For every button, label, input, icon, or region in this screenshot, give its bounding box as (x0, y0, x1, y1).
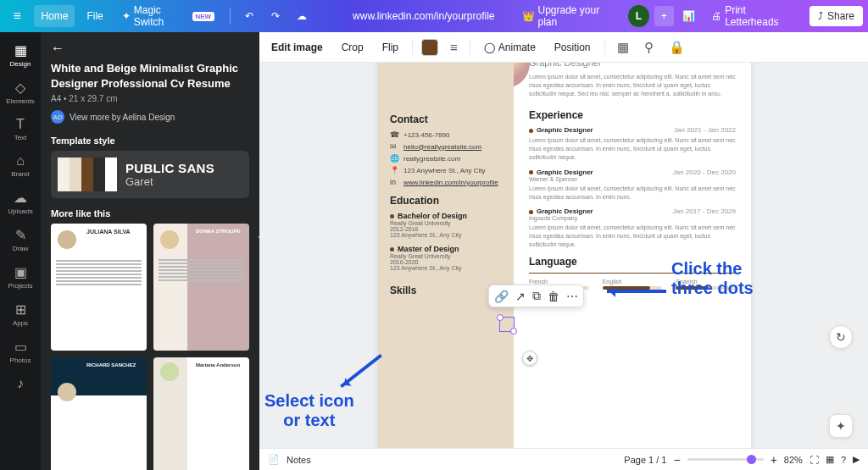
globe-icon[interactable]: 🌐 (390, 154, 398, 163)
copy-style-icon[interactable]: ⚲ (641, 36, 657, 58)
phone-icon[interactable]: ☎ (390, 130, 398, 139)
redo-icon[interactable]: ↷ (265, 5, 287, 27)
exp-1[interactable]: Graphic DesignerJan 2021 - Jan 2022 Lore… (529, 126, 736, 161)
edu-item-1[interactable]: Bachelor of Design Really Great Universi… (390, 212, 502, 238)
rail-projects[interactable]: ▣Projects (0, 259, 41, 296)
projects-icon: ▣ (0, 264, 41, 280)
template-thumb-4[interactable]: Mariana Anderson (153, 357, 249, 470)
author-link[interactable]: AD View more by Aelina Design (51, 110, 249, 124)
side-panel: ← White and Beige Minimalist Graphic Des… (41, 32, 259, 470)
doc-title[interactable]: www.linkedin.com/in/yourprofile (342, 10, 504, 22)
upgrade-button[interactable]: 👑 Upgrade your plan (515, 0, 624, 33)
open-icon[interactable]: ↗ (515, 290, 526, 303)
contact-heading[interactable]: Contact (390, 113, 502, 125)
annotation-arrow-2 (340, 354, 382, 388)
undo-icon[interactable]: ↶ (239, 5, 260, 27)
rail-audio[interactable]: ♪ (0, 371, 41, 400)
fullscreen-icon[interactable]: ⛶ (810, 455, 819, 465)
edit-image-button[interactable]: Edit image (266, 38, 328, 57)
share-button[interactable]: ⤴ Share (810, 6, 863, 26)
experience-heading[interactable]: Experience (529, 109, 736, 121)
menu-icon[interactable]: ≡ (5, 8, 29, 24)
help-icon[interactable]: ? (841, 455, 846, 465)
style-section-header: Template style (51, 135, 249, 146)
template-thumb-1[interactable]: JULIANA SILVA (51, 224, 147, 351)
color-swatch[interactable] (421, 39, 438, 56)
transparency-icon[interactable]: ▦ (614, 36, 632, 58)
linkedin-icon[interactable]: in (390, 178, 398, 186)
rail-photos[interactable]: ▭Photos (0, 334, 41, 371)
email-icon[interactable]: ✉ (390, 142, 398, 151)
context-toolbar: 🔗 ↗ ⧉ 🗑 ⋯ (488, 285, 584, 307)
share-icon: ⤴ (818, 10, 823, 22)
animate-button[interactable]: ◯Animate (479, 38, 541, 57)
assistant-fab[interactable]: ✦ (829, 414, 853, 438)
grid-view-icon[interactable]: ▦ (826, 454, 834, 465)
add-member-button[interactable]: + (654, 6, 674, 26)
color-swatches (58, 158, 117, 191)
crop-button[interactable]: Crop (337, 38, 369, 57)
user-avatar[interactable]: L (628, 5, 649, 27)
left-rail: ▦Design ◇Elements TText ⌂Brand ☁Uploads … (0, 32, 41, 470)
selection-box[interactable] (499, 317, 515, 332)
border-style-icon[interactable]: ≡ (447, 36, 461, 58)
position-button[interactable]: Position (549, 38, 596, 57)
language-heading[interactable]: Language (529, 256, 736, 268)
rail-uploads[interactable]: ☁Uploads (0, 185, 41, 222)
new-badge: NEW (192, 12, 215, 21)
crown-icon: 👑 (522, 10, 535, 22)
move-handle-icon[interactable]: ✥ (522, 351, 537, 366)
back-button[interactable]: ← (51, 41, 64, 56)
analytics-icon[interactable]: 📊 (679, 5, 700, 27)
zoom-in-icon[interactable]: + (771, 453, 777, 467)
zoom-out-icon[interactable]: − (673, 453, 680, 467)
annotation-2-line1: Select icon (264, 391, 354, 411)
rail-text[interactable]: TText (0, 112, 41, 148)
cloud-sync-icon[interactable]: ☁ (291, 5, 312, 27)
skills-heading[interactable]: Skills (390, 285, 502, 296)
rail-elements[interactable]: ◇Elements (0, 75, 41, 112)
text-icon: T (0, 117, 41, 132)
refresh-fab[interactable]: ↻ (829, 325, 853, 349)
exp-2[interactable]: Graphic DesignerJan 2020 - Dec 2020 Warn… (529, 169, 736, 202)
canvas-area: Edit image Crop Flip ≡ ◯Animate Position… (259, 32, 868, 448)
rail-apps[interactable]: ⊞Apps (0, 296, 41, 334)
dimensions-label: A4 • 21 x 29.7 cm (51, 94, 249, 103)
education-heading[interactable]: Education (390, 195, 502, 207)
job-title[interactable]: Graphic Designer (529, 63, 736, 68)
magic-switch-button[interactable]: ✦ Magic Switch NEW (115, 0, 221, 33)
template-title: White and Beige Minimalist Graphic Desig… (51, 61, 249, 91)
rail-design[interactable]: ▦Design (0, 37, 41, 75)
font-secondary: Garet (125, 175, 214, 188)
summary-text[interactable]: Lorem ipsum dolor sit amet, consectetur … (529, 73, 736, 97)
location-icon[interactable]: 📍 (390, 166, 398, 174)
zoom-value[interactable]: 82% (784, 455, 803, 465)
draw-icon: ✎ (0, 227, 41, 243)
canvas-page[interactable]: Contact ☎+123-456-7890 ✉hello@reallygrea… (378, 63, 751, 448)
rail-brand[interactable]: ⌂Brand (0, 148, 41, 185)
page-indicator[interactable]: Page 1 / 1 (624, 455, 666, 465)
file-tab[interactable]: File (80, 5, 109, 27)
print-button[interactable]: 🖨 Print Letterheads (704, 0, 804, 33)
template-style-card[interactable]: PUBLIC SANS Garet (51, 151, 249, 198)
audio-icon: ♪ (0, 376, 41, 391)
home-tab[interactable]: Home (34, 5, 75, 27)
link-icon[interactable]: 🔗 (494, 290, 509, 303)
apps-icon: ⊞ (0, 301, 41, 318)
zoom-slider[interactable] (687, 458, 764, 461)
exp-3[interactable]: Graphic DesignerJan 2017 - Dec 2029 Ingo… (529, 207, 736, 248)
notes-button[interactable]: Notes (287, 455, 311, 465)
template-thumb-3[interactable]: RICHARD SANCHEZ (51, 357, 147, 470)
design-icon: ▦ (0, 42, 41, 58)
template-thumb-2[interactable]: DONNA STROUPE (153, 224, 249, 351)
delete-icon[interactable]: 🗑 (548, 290, 559, 303)
lock-icon[interactable]: 🔒 (665, 36, 688, 58)
top-header: ≡ Home File ✦ Magic Switch NEW ↶ ↷ ☁ www… (0, 0, 868, 32)
present-icon[interactable]: ▶ (853, 454, 860, 465)
edu-item-2[interactable]: Master of Design Really Great University… (390, 245, 502, 271)
duplicate-icon[interactable]: ⧉ (532, 289, 541, 303)
notes-icon[interactable]: 📄 (268, 454, 280, 465)
flip-button[interactable]: Flip (377, 38, 403, 57)
rail-draw[interactable]: ✎Draw (0, 222, 41, 259)
more-icon[interactable]: ⋯ (566, 290, 578, 303)
